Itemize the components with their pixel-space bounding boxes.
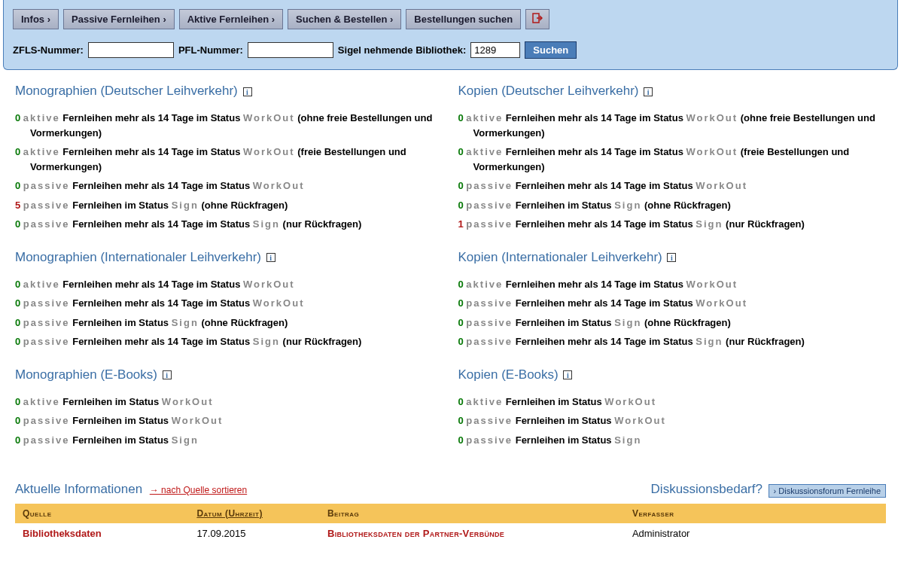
info-icon[interactable]: i (163, 370, 172, 379)
status-item[interactable]: 0 aktive Fernleihen mehr als 14 Tage im … (15, 277, 443, 292)
search-button[interactable]: Suchen (525, 41, 577, 59)
info-icon[interactable]: i (243, 87, 252, 96)
section-title: Kopien (Internationaler Leihverkehr) i (458, 250, 887, 265)
left-column: Monographien (Deutscher Leihverkehr) i0 … (15, 84, 443, 465)
status-type: aktive (23, 396, 60, 407)
status-name: Sign (172, 317, 199, 328)
menu-passive[interactable]: Passive Fernleihen › (63, 9, 175, 29)
status-count: 1 (458, 218, 464, 230)
status-name: WorkOut (604, 396, 656, 407)
status-suffix: (ohne Rückfragen) (644, 317, 731, 328)
status-text: Fernleihen mehr als 14 Tage im Status (506, 279, 686, 290)
status-item[interactable]: 0 aktive Fernleihen im Status WorkOut (15, 395, 443, 410)
section-title: Kopien (Deutscher Leihverkehr) i (458, 84, 887, 99)
status-name: WorkOut (686, 146, 738, 157)
pfl-input[interactable] (248, 42, 333, 58)
status-section: Kopien (Deutscher Leihverkehr) i0 aktive… (458, 84, 887, 232)
status-count: 0 (15, 396, 20, 407)
status-item[interactable]: 0 passive Fernleihen im Status Sign (15, 433, 443, 448)
status-text: Fernleihen mehr als 14 Tage im Status (506, 146, 686, 157)
zfls-label: ZFLS-Nummer: (13, 44, 84, 56)
status-section: Kopien (Internationaler Leihverkehr) i0 … (458, 250, 887, 349)
status-type: passive (23, 317, 70, 328)
status-item[interactable]: 0 passive Fernleihen im Status Sign (458, 433, 887, 448)
status-type: passive (466, 415, 513, 426)
status-suffix: (nur Rückfragen) (283, 218, 362, 230)
status-type: aktive (23, 279, 60, 290)
status-item[interactable]: 0 aktive Fernleihen im Status WorkOut (458, 395, 887, 410)
status-suffix: (ohne Rückfragen) (644, 200, 731, 211)
news-th-author[interactable]: Verfasser (625, 504, 886, 523)
status-text: Fernleihen im Status (72, 317, 171, 328)
forum-button[interactable]: › Diskussionsforum Fernleihe (769, 484, 886, 498)
menu-suchen-bestellen[interactable]: Suchen & Bestellen › (288, 9, 401, 29)
info-icon[interactable]: i (563, 370, 572, 379)
info-icon[interactable]: i (644, 87, 653, 96)
logout-icon (532, 13, 543, 26)
news-th-contribution[interactable]: Beitrag (320, 504, 625, 523)
status-item[interactable]: 0 passive Fernleihen mehr als 14 Tage im… (458, 178, 887, 193)
status-count: 0 (15, 317, 20, 328)
section-title: Monographien (E-Books) i (15, 367, 443, 382)
news-contribution[interactable]: Bibliotheksdaten der Partner-Verbünde (320, 523, 625, 544)
status-text: Fernleihen im Status (62, 396, 161, 407)
status-item[interactable]: 0 passive Fernleihen mehr als 14 Tage im… (458, 334, 887, 349)
logout-button[interactable] (525, 9, 549, 29)
section-title: Monographien (Internationaler Leihverkeh… (15, 250, 443, 265)
menu-aktive[interactable]: Aktive Fernleihen › (179, 9, 283, 29)
status-item[interactable]: 0 passive Fernleihen mehr als 14 Tage im… (15, 334, 443, 349)
sigel-label: Sigel nehmende Bibliothek: (338, 44, 466, 56)
status-item[interactable]: 0 passive Fernleihen im Status WorkOut (458, 413, 887, 428)
news-th-source[interactable]: Quelle (15, 504, 189, 523)
news-th-date[interactable]: Datum (Uhrzeit) (189, 504, 320, 523)
zfls-input[interactable] (88, 42, 174, 58)
status-item[interactable]: 0 passive Fernleihen im Status WorkOut (15, 413, 443, 428)
status-suffix: (nur Rückfragen) (726, 336, 805, 347)
status-item[interactable]: 0 aktive Fernleihen mehr als 14 Tage im … (15, 145, 443, 174)
sort-by-source-link[interactable]: → nach Quelle sortieren (150, 485, 247, 495)
top-bar: Infos › Passive Fernleihen › Aktive Fern… (3, 0, 898, 70)
status-item[interactable]: 0 passive Fernleihen im Status Sign (ohn… (458, 315, 887, 331)
status-item[interactable]: 0 passive Fernleihen im Status Sign (ohn… (15, 315, 443, 331)
status-item[interactable]: 0 aktive Fernleihen mehr als 14 Tage im … (15, 111, 443, 140)
status-name: WorkOut (243, 146, 295, 157)
status-name: WorkOut (253, 297, 305, 309)
status-item[interactable]: 0 passive Fernleihen mehr als 14 Tage im… (15, 217, 443, 232)
search-row: ZFLS-Nummer: PFL-Nummer: Sigel nehmende … (13, 41, 888, 59)
status-name: WorkOut (686, 279, 738, 290)
status-item[interactable]: 0 aktive Fernleihen mehr als 14 Tage im … (458, 111, 887, 140)
status-name: WorkOut (172, 415, 224, 426)
section-title: Monographien (Deutscher Leihverkehr) i (15, 84, 443, 99)
status-name: Sign (696, 218, 723, 230)
status-count: 0 (458, 317, 464, 328)
status-section: Kopien (E-Books) i0 aktive Fernleihen im… (458, 367, 887, 448)
status-text: Fernleihen mehr als 14 Tage im Status (516, 218, 696, 230)
menu-infos[interactable]: Infos › (13, 9, 59, 29)
status-item[interactable]: 0 passive Fernleihen im Status Sign (ohn… (458, 198, 887, 213)
status-count: 0 (458, 297, 464, 309)
status-type: passive (23, 336, 70, 347)
status-name: WorkOut (696, 297, 747, 309)
status-type: passive (466, 336, 513, 347)
status-item[interactable]: 0 passive Fernleihen mehr als 14 Tage im… (15, 178, 443, 193)
sigel-input[interactable] (470, 42, 520, 58)
status-name: Sign (614, 317, 641, 328)
info-icon[interactable]: i (266, 253, 275, 262)
news-table-header-row: Quelle Datum (Uhrzeit) Beitrag Verfasser (15, 504, 886, 523)
right-column: Kopien (Deutscher Leihverkehr) i0 aktive… (458, 84, 887, 465)
status-type: passive (466, 434, 513, 446)
status-item[interactable]: 1 passive Fernleihen mehr als 14 Tage im… (458, 217, 887, 232)
status-item[interactable]: 0 aktive Fernleihen mehr als 14 Tage im … (458, 277, 887, 292)
pfl-label: PFL-Nummer: (178, 44, 243, 56)
info-icon[interactable]: i (667, 253, 676, 262)
news-row[interactable]: Bibliotheksdaten17.09.2015Bibliotheksdat… (15, 523, 886, 544)
status-list: 0 aktive Fernleihen mehr als 14 Tage im … (15, 111, 443, 232)
status-item[interactable]: 0 passive Fernleihen mehr als 14 Tage im… (15, 296, 443, 311)
status-item[interactable]: 0 aktive Fernleihen mehr als 14 Tage im … (458, 145, 887, 174)
status-type: passive (23, 434, 70, 446)
status-name: WorkOut (243, 112, 295, 123)
menu-bestellungen-suchen[interactable]: Bestellungen suchen (406, 9, 521, 29)
status-item[interactable]: 5 passive Fernleihen im Status Sign (ohn… (15, 198, 443, 213)
status-count: 0 (458, 200, 464, 211)
status-item[interactable]: 0 passive Fernleihen mehr als 14 Tage im… (458, 296, 887, 311)
